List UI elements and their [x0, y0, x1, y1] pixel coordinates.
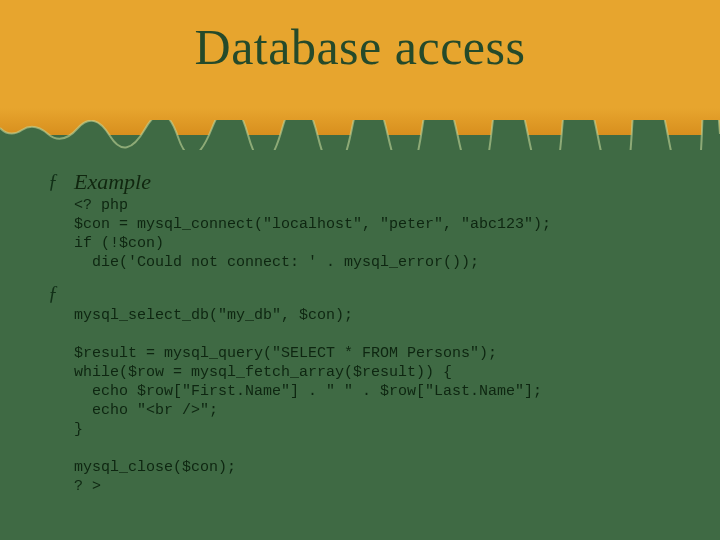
code-block-1: <? php $con = mysql_connect("localhost",…: [74, 196, 688, 272]
bullet-icon: ƒ: [48, 170, 74, 192]
bullet-label: Example: [74, 170, 151, 194]
slide-title: Database access: [0, 18, 720, 76]
slide: Database access ƒ Example <? php $con = …: [0, 0, 720, 540]
bullet-example: ƒ Example: [48, 170, 688, 194]
bullet-continuation: ƒ: [48, 282, 688, 304]
code-block-2: mysql_select_db("my_db", $con); $result …: [74, 306, 688, 496]
bullet-icon: ƒ: [48, 282, 74, 304]
slide-body: ƒ Example <? php $con = mysql_connect("l…: [48, 170, 688, 496]
